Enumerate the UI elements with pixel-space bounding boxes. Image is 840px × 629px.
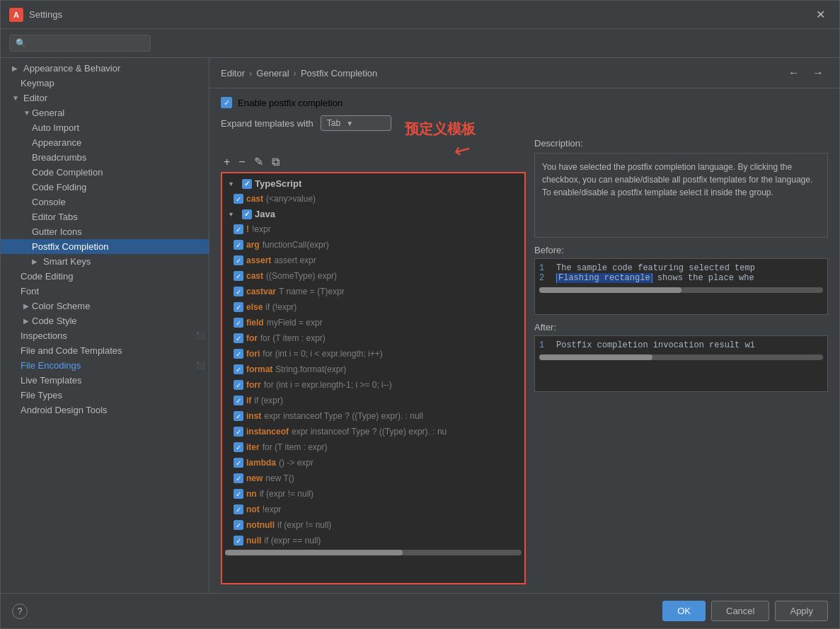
before-line-num-1: 1	[539, 263, 551, 273]
tree-item[interactable]: ✓inst expr instanceof Type ? ((Type) exp…	[231, 408, 522, 424]
ok-button[interactable]: OK	[662, 601, 706, 621]
java-section-header[interactable]: ▼ ✓ Java	[225, 207, 522, 221]
sidebar-item-code-folding[interactable]: Code Folding	[1, 180, 209, 195]
sidebar-item-color-scheme[interactable]: ▶ Color Scheme	[1, 299, 209, 313]
expand-value: Tab	[327, 118, 340, 128]
expand-dropdown[interactable]: Tab ▼	[321, 115, 391, 131]
tree-item[interactable]: ✓iter for (T item : expr)	[231, 439, 522, 455]
tree-item[interactable]: ✓field myField = expr	[231, 315, 522, 330]
apply-button[interactable]: Apply	[775, 601, 828, 621]
tree-item[interactable]: ✓if if (expr)	[231, 393, 522, 408]
breadcrumb-editor: Editor	[221, 68, 245, 79]
help-button[interactable]: ?	[12, 604, 28, 619]
tree-item[interactable]: ✓for for (T item : expr)	[231, 330, 522, 346]
sidebar-item-breadcrumbs[interactable]: Breadcrumbs	[1, 150, 209, 165]
sidebar-item-postfix-completion[interactable]: Postfix Completion	[1, 239, 209, 254]
java-expand-icon: ▼	[228, 211, 236, 218]
sidebar-item-gutter-icons[interactable]: Gutter Icons	[1, 224, 209, 239]
sidebar-item-inspections[interactable]: Inspections ⬛	[1, 328, 209, 343]
tree-item[interactable]: ✓cast ((SomeType) expr)	[231, 268, 522, 284]
sidebar-item-android-design-tools[interactable]: Android Design Tools	[1, 403, 209, 417]
nav-forward-button[interactable]: →	[808, 65, 828, 81]
before-code-2: Flashing rectangle shows the place whe	[556, 273, 754, 283]
tree-item[interactable]: ✓assert assert expr	[231, 253, 522, 268]
sidebar-item-code-style[interactable]: ▶ Code Style	[1, 313, 209, 328]
sidebar-item-appearance-behavior[interactable]: ▶ Appearance & Behavior	[1, 61, 209, 76]
tree-item[interactable]: ✓new new T()	[231, 471, 522, 486]
copy-button[interactable]: ⧉	[269, 155, 282, 169]
expand-label: Expand templates with	[221, 118, 313, 129]
tree-item[interactable]: ✓castvar T name = (T)expr	[231, 284, 522, 299]
main-content: ▶ Appearance & Behavior Keymap ▼ Editor …	[1, 58, 839, 593]
edit-button[interactable]: ✎	[251, 155, 266, 169]
add-button[interactable]: +	[221, 155, 233, 169]
expand-icon: ▼	[21, 109, 29, 117]
sidebar-item-general[interactable]: ▼ General	[1, 105, 209, 120]
dialog-body: 🔍 ▶ Appearance & Behavior Keymap ▼ Edito…	[1, 29, 839, 593]
sidebar-item-editor[interactable]: ▼ Editor	[1, 91, 209, 105]
expand-icon: ▶	[21, 317, 29, 325]
tree-item[interactable]: ✓null if (expr == null)	[231, 533, 522, 548]
before-line-2: 2 Flashing rectangle shows the place whe	[539, 273, 823, 283]
tree-item[interactable]: ✓not !expr	[231, 502, 522, 517]
tree-item[interactable]: ✓arg functionCall(expr)	[231, 237, 522, 253]
ts-cast-checkbox[interactable]: ✓	[234, 194, 243, 204]
sidebar-item-live-templates[interactable]: Live Templates	[1, 373, 209, 388]
sidebar-item-code-completion[interactable]: Code Completion	[1, 165, 209, 180]
tree-item[interactable]: ✓notnull if (expr != null)	[231, 517, 522, 533]
breadcrumb-nav: ← →	[784, 65, 828, 81]
tree-item[interactable]: ✓lambda () -> expr	[231, 455, 522, 471]
window-title: Settings	[29, 9, 810, 20]
sidebar-item-editor-tabs[interactable]: Editor Tabs	[1, 209, 209, 224]
tree-item[interactable]: ✓format String.format(expr)	[231, 362, 522, 377]
expand-icon: ▶	[32, 258, 40, 265]
search-input[interactable]	[30, 38, 144, 48]
sidebar-item-font[interactable]: Font	[1, 284, 209, 299]
close-button[interactable]: ✕	[810, 5, 831, 24]
before-scrollbar-h[interactable]	[539, 287, 823, 293]
tree-item[interactable]: ✓! !expr	[231, 221, 522, 237]
tree-item[interactable]: ✓else if (!expr)	[231, 299, 522, 315]
settings-window: A Settings ✕ 🔍 ▶ Appearance & Behavior K…	[0, 0, 840, 629]
breadcrumb-sep1: ›	[249, 68, 252, 79]
left-col: 预定义模板 ↙ + − ✎ ⧉	[221, 138, 526, 584]
dropdown-arrow-icon: ▼	[346, 120, 353, 127]
typescript-section-header[interactable]: ▼ ✓ TypeScript	[225, 176, 522, 191]
inspections-icon: ⬛	[196, 332, 205, 340]
sidebar-item-keymap[interactable]: Keymap	[1, 76, 209, 91]
enable-checkbox[interactable]: ✓	[221, 97, 232, 108]
java-label: Java	[255, 209, 275, 219]
app-icon: A	[9, 8, 23, 22]
sidebar-item-file-types[interactable]: File Types	[1, 388, 209, 403]
search-input-container[interactable]: 🔍	[9, 35, 151, 52]
remove-button[interactable]: −	[236, 155, 248, 169]
before-line-num-2: 2	[539, 273, 551, 283]
sidebar-item-auto-import[interactable]: Auto Import	[1, 120, 209, 135]
file-encodings-link[interactable]: File Encodings	[21, 360, 81, 371]
tree-scrollbar-h[interactable]	[225, 550, 522, 555]
nav-back-button[interactable]: ←	[784, 65, 804, 81]
java-checkbox[interactable]: ✓	[242, 209, 252, 219]
description-text: You have selected the postfix completion…	[542, 162, 812, 197]
tree-item[interactable]: ✓nn if (expr != null)	[231, 486, 522, 502]
tree-item[interactable]: ✓instanceof expr instanceof Type ? ((Typ…	[231, 424, 522, 439]
cancel-button[interactable]: Cancel	[711, 601, 769, 621]
before-section: Before: 1 The sample code featuring sele…	[534, 245, 828, 315]
sidebar-item-file-code-templates[interactable]: File and Code Templates	[1, 343, 209, 358]
typescript-label: TypeScript	[255, 178, 301, 189]
after-scrollbar-h[interactable]	[539, 354, 823, 360]
sidebar-item-smart-keys[interactable]: ▶ Smart Keys	[1, 254, 209, 269]
right-panel: Editor › General › Postfix Completion ← …	[209, 58, 839, 593]
sidebar-item-file-encodings[interactable]: File Encodings ⬛	[1, 358, 209, 373]
after-line-num-1: 1	[539, 340, 551, 350]
tree-item[interactable]: ✓fori for (int i = 0; i < expr.length; i…	[231, 346, 522, 362]
tree-item[interactable]: ✓ cast (<any>value)	[231, 191, 522, 207]
typescript-checkbox[interactable]: ✓	[242, 179, 252, 189]
expand-icon: ▶	[12, 64, 21, 72]
sidebar-item-appearance[interactable]: Appearance	[1, 135, 209, 150]
tree-item[interactable]: ✓forr for (int i = expr.length-1; i >= 0…	[231, 377, 522, 393]
breadcrumb: Editor › General › Postfix Completion ← …	[209, 58, 839, 88]
sidebar-item-console[interactable]: Console	[1, 195, 209, 209]
settings-area: ✓ Enable postfix completion Expand templ…	[209, 88, 839, 593]
sidebar-item-code-editing[interactable]: Code Editing	[1, 269, 209, 284]
